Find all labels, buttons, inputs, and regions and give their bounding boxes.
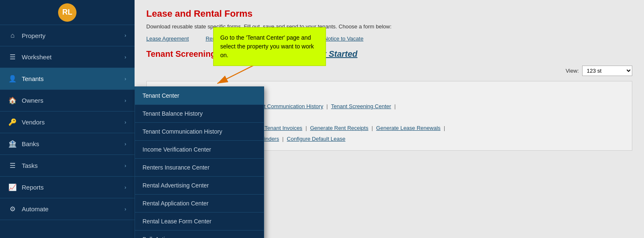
sidebar-item-label-banks: Banks (22, 140, 39, 147)
chevron-right-icon: › (125, 119, 126, 125)
tooltip-text: Go to the 'Tenant Center' page and selec… (220, 34, 314, 58)
dropdown-item-label: Renters Insurance Center (143, 164, 209, 171)
sidebar-item-tasks[interactable]: ☰ Tasks › (0, 155, 135, 177)
chevron-right-icon: › (254, 236, 256, 238)
sidebar-item-tenants[interactable]: 👤 Tenants › (0, 68, 135, 90)
chevron-right-icon: › (125, 76, 126, 82)
generate-lease-renewals-link[interactable]: Generate Lease Renewals (376, 125, 440, 131)
chevron-right-icon: › (125, 163, 126, 169)
chevron-right-icon: › (125, 185, 126, 190)
sidebar-item-label-owners: Owners (22, 97, 43, 104)
separator: | (282, 136, 285, 142)
sidebar-item-label-tasks: Tasks (22, 162, 38, 169)
dropdown-item-label: Rental Application Center (143, 200, 209, 207)
lease-agreement-link[interactable]: Lease Agreement (146, 35, 189, 42)
sidebar-item-automate[interactable]: ⚙ Automate › (0, 198, 135, 220)
sidebar-item-property[interactable]: ⌂ Property › (0, 25, 135, 46)
sidebar-logo: RL (0, 0, 135, 25)
dropdown-item-tenant-communication-history[interactable]: Tenant Communication History (135, 123, 264, 141)
automate-icon: ⚙ (8, 205, 17, 213)
generate-rent-receipts-link[interactable]: Generate Rent Receipts (310, 125, 368, 131)
sidebar-item-label-vendors: Vendors (22, 119, 45, 126)
sidebar: RL ⌂ Property › ☰ Worksheet › 👤 Tenants … (0, 0, 135, 238)
reports-icon: 📈 (8, 183, 17, 191)
vendors-icon: 🔑 (8, 118, 17, 126)
sidebar-item-vendors[interactable]: 🔑 Vendors › (0, 111, 135, 133)
separator: | (372, 125, 374, 131)
configure-default-lease-link[interactable]: Configure Default Lease (287, 136, 345, 142)
dropdown-item-label: Tenant Balance History (143, 110, 203, 117)
worksheet-icon: ☰ (8, 53, 17, 61)
dropdown-item-renters-insurance-center[interactable]: Renters Insurance Center (135, 159, 264, 177)
dropdown-item-rental-lease-form-center[interactable]: Rental Lease Form Center (135, 213, 264, 230)
sidebar-item-worksheet[interactable]: ☰ Worksheet › (0, 46, 135, 68)
dropdown-item-label: Bulk Actions (143, 236, 174, 238)
sidebar-item-reports[interactable]: 📈 Reports › (0, 177, 135, 198)
sidebar-item-label-reports: Reports (22, 184, 44, 191)
banks-icon: 🏦 (8, 140, 17, 148)
tenant-screening-center-link[interactable]: Tenant Screening Center (331, 103, 391, 109)
sidebar-item-label-worksheet: Worksheet (22, 53, 51, 61)
tenants-icon: 👤 (8, 75, 17, 83)
view-select[interactable]: 123 st (582, 66, 632, 76)
sidebar-item-label-property: Property (22, 32, 46, 39)
separator: | (395, 103, 396, 109)
owners-icon: 🏠 (8, 96, 17, 104)
property-icon: ⌂ (8, 32, 17, 39)
separator: | (444, 125, 445, 131)
dropdown-item-label: Tenant Center (143, 92, 179, 99)
sidebar-item-label-tenants: Tenants (22, 75, 44, 82)
dropdown-item-label: Rental Lease Form Center (143, 218, 211, 225)
dropdown-item-label: Rental Advertising Center (143, 182, 209, 189)
chevron-right-icon: › (125, 98, 126, 104)
chevron-right-icon: › (125, 54, 126, 60)
dropdown-item-tenant-balance-history[interactable]: Tenant Balance History (135, 105, 264, 123)
logo-circle: RL (58, 3, 76, 22)
sidebar-item-banks[interactable]: 🏦 Banks › (0, 133, 135, 155)
dropdown-item-bulk-actions[interactable]: Bulk Actions › (135, 230, 264, 238)
notice-to-vacate-link[interactable]: Notice to Vacate (324, 35, 363, 42)
chevron-right-icon: › (125, 33, 126, 38)
page-title: Lease and Rental Forms (146, 8, 632, 19)
separator: | (305, 125, 308, 131)
tenants-dropdown-menu: Tenant Center Tenant Balance History Ten… (135, 86, 264, 238)
chevron-right-icon: › (125, 206, 126, 212)
dropdown-item-rental-application-center[interactable]: Rental Application Center (135, 195, 264, 213)
dropdown-item-rental-advertising-center[interactable]: Rental Advertising Center (135, 177, 264, 195)
tooltip-box: Go to the 'Tenant Center' page and selec… (213, 27, 326, 66)
chevron-right-icon: › (125, 141, 126, 147)
sidebar-item-label-automate: Automate (22, 205, 48, 213)
dropdown-item-label: Tenant Communication History (143, 128, 222, 135)
sidebar-item-owners[interactable]: 🏠 Owners › (0, 90, 135, 111)
tasks-icon: ☰ (8, 162, 17, 170)
view-label: View: (565, 68, 579, 74)
separator: | (326, 103, 329, 109)
dropdown-item-label: Income Verification Center (143, 146, 211, 153)
dropdown-item-income-verification-center[interactable]: Income Verification Center (135, 141, 264, 159)
